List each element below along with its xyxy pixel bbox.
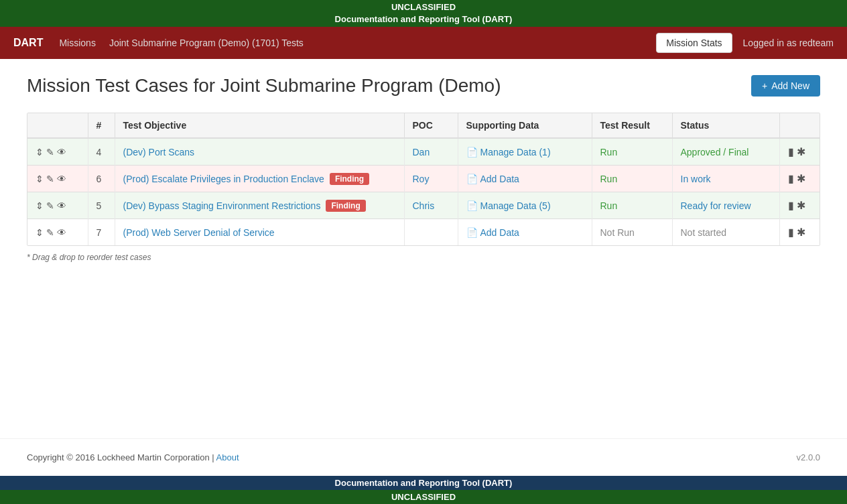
status-value: Ready for review (681, 200, 751, 211)
drag-handle-icon[interactable]: ⇕ (36, 174, 44, 184)
drag-drop-note: * Drag & drop to reorder test cases (27, 253, 820, 262)
bottom-classification-label: UNCLASSIFIED (391, 492, 456, 502)
top-classification-bar: UNCLASSIFIED Documentation and Reporting… (0, 0, 847, 27)
view-icon[interactable]: 👁 (57, 200, 66, 211)
table-row: ⇕ ✎ 👁 4 (Dev) Port Scans Dan 📄 Manage Da… (27, 138, 820, 166)
nav-links: Missions Joint Submarine Program (Demo) … (59, 38, 656, 48)
row-number: 7 (88, 219, 115, 246)
test-cases-table: # Test Objective POC Supporting Data Tes… (27, 113, 820, 245)
finding-badge: Finding (326, 200, 365, 212)
row-end-actions: ▮ ✱ (779, 219, 820, 246)
edit-icon[interactable]: ✎ (46, 174, 54, 184)
drag-handle-icon[interactable]: ⇕ (36, 200, 44, 211)
supporting-data-link[interactable]: 📄 Add Data (466, 174, 584, 184)
row-number: 6 (88, 166, 115, 192)
classification-label: UNCLASSIFIED (0, 1, 847, 13)
brand-logo[interactable]: DART (13, 37, 43, 49)
row-status: Approved / Final (672, 138, 779, 166)
data-link-text: Add Data (480, 227, 519, 238)
asterisk-icon[interactable]: ✱ (797, 199, 805, 212)
result-value: Run (600, 147, 618, 158)
nav-program-tests[interactable]: Joint Submarine Program (Demo) (1701) Te… (109, 38, 304, 48)
objective-link[interactable]: (Dev) Port Scans (123, 147, 195, 158)
row-supporting-data: 📄 Manage Data (5) (458, 192, 592, 219)
row-test-result: Not Run (592, 219, 672, 246)
result-value: Not Run (600, 227, 635, 238)
asterisk-icon[interactable]: ✱ (797, 172, 805, 185)
view-icon[interactable]: 👁 (57, 174, 66, 184)
col-num: # (88, 113, 115, 138)
file-icon: 📄 (466, 147, 478, 158)
asterisk-icon[interactable]: ✱ (797, 145, 805, 158)
about-link[interactable]: About (216, 452, 239, 462)
add-new-label: Add New (771, 80, 809, 91)
copyright-text: Copyright © 2016 Lockheed Martin Corpora… (27, 452, 216, 462)
row-objective: (Dev) Bypass Staging Environment Restric… (115, 192, 404, 219)
app-subtitle-bottom: Documentation and Reporting Tool (DART) (0, 478, 847, 488)
supporting-data-link[interactable]: 📄 Manage Data (1) (466, 147, 584, 158)
result-value: Run (600, 174, 618, 184)
finding-badge: Finding (330, 173, 369, 185)
poc-name: Chris (413, 200, 435, 211)
col-row-actions (779, 113, 820, 138)
copy-icon[interactable]: ▮ (788, 199, 794, 212)
asterisk-icon[interactable]: ✱ (797, 226, 805, 239)
copy-icon[interactable]: ▮ (788, 145, 794, 158)
bottom-bar: Documentation and Reporting Tool (DART) (0, 476, 847, 490)
edit-icon[interactable]: ✎ (46, 227, 54, 238)
edit-icon[interactable]: ✎ (46, 147, 54, 158)
navbar: DART Missions Joint Submarine Program (D… (0, 27, 847, 59)
col-test-result: Test Result (592, 113, 672, 138)
row-supporting-data: 📄 Manage Data (1) (458, 138, 592, 166)
objective-link[interactable]: (Prod) Escalate Privileges in Production… (123, 174, 324, 184)
drag-handle-icon[interactable]: ⇕ (36, 147, 44, 158)
data-link-text: Manage Data (1) (480, 147, 551, 158)
result-value: Run (600, 200, 618, 211)
objective-link[interactable]: (Prod) Web Server Denial of Service (123, 227, 275, 238)
main-content: Mission Test Cases for Joint Submarine P… (0, 59, 847, 438)
footer: Copyright © 2016 Lockheed Martin Corpora… (0, 438, 847, 476)
supporting-data-link[interactable]: 📄 Add Data (466, 227, 584, 238)
table-row: ⇕ ✎ 👁 7 (Prod) Web Server Denial of Serv… (27, 219, 820, 246)
view-icon[interactable]: 👁 (57, 147, 66, 158)
nav-missions[interactable]: Missions (59, 38, 95, 48)
status-value: Not started (681, 227, 726, 238)
data-link-text: Manage Data (5) (480, 200, 551, 211)
col-supporting-data: Supporting Data (458, 113, 592, 138)
copy-icon[interactable]: ▮ (788, 226, 794, 239)
view-icon[interactable]: 👁 (57, 227, 66, 238)
row-poc: Roy (404, 166, 458, 192)
table-row: ⇕ ✎ 👁 5 (Dev) Bypass Staging Environment… (27, 192, 820, 219)
page-title: Mission Test Cases for Joint Submarine P… (27, 75, 501, 97)
row-objective: (Prod) Escalate Privileges in Production… (115, 166, 404, 192)
file-icon: 📄 (466, 227, 478, 238)
bottom-classification-bar: UNCLASSIFIED (0, 490, 847, 504)
copy-icon[interactable]: ▮ (788, 172, 794, 185)
objective-link[interactable]: (Dev) Bypass Staging Environment Restric… (123, 200, 321, 211)
row-end-actions: ▮ ✱ (779, 192, 820, 219)
version-label: v2.0.0 (797, 452, 820, 462)
file-icon: 📄 (466, 174, 478, 184)
footer-copyright: Copyright © 2016 Lockheed Martin Corpora… (27, 452, 239, 462)
app-subtitle-top: Documentation and Reporting Tool (DART) (0, 13, 847, 25)
navbar-right: Mission Stats Logged in as redteam (656, 33, 834, 53)
edit-icon[interactable]: ✎ (46, 200, 54, 211)
row-action-icons: ⇕ ✎ 👁 (27, 192, 88, 219)
col-status: Status (672, 113, 779, 138)
row-supporting-data: 📄 Add Data (458, 219, 592, 246)
row-objective: (Prod) Web Server Denial of Service (115, 219, 404, 246)
row-end-actions: ▮ ✱ (779, 138, 820, 166)
page-header: Mission Test Cases for Joint Submarine P… (27, 75, 820, 97)
row-status: In work (672, 166, 779, 192)
table-header: # Test Objective POC Supporting Data Tes… (27, 113, 820, 138)
supporting-data-link[interactable]: 📄 Manage Data (5) (466, 200, 584, 211)
mission-stats-button[interactable]: Mission Stats (656, 33, 732, 53)
row-action-icons: ⇕ ✎ 👁 (27, 219, 88, 246)
row-number: 4 (88, 138, 115, 166)
status-value: Approved / Final (681, 147, 749, 158)
row-test-result: Run (592, 138, 672, 166)
row-poc: Dan (404, 138, 458, 166)
add-new-button[interactable]: + Add New (751, 75, 820, 97)
drag-handle-icon[interactable]: ⇕ (36, 227, 44, 238)
row-action-icons: ⇕ ✎ 👁 (27, 138, 88, 166)
